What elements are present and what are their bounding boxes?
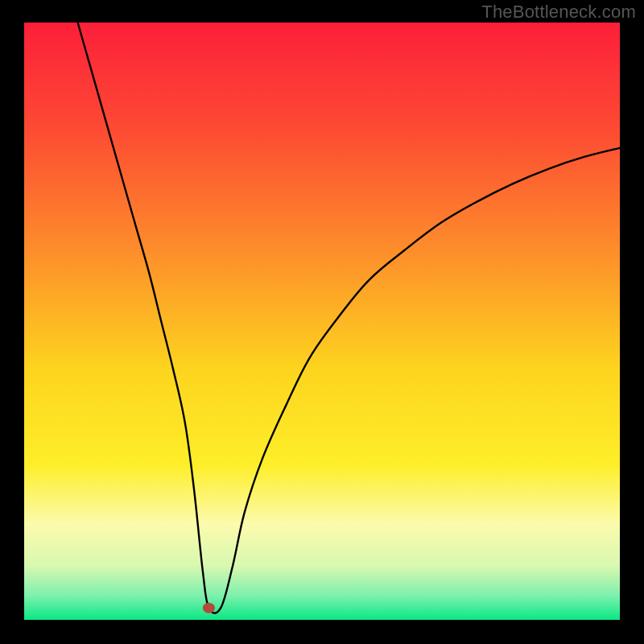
bottleneck-marker: [203, 603, 215, 613]
bottleneck-chart: [0, 0, 644, 644]
watermark-text: TheBottleneck.com: [481, 2, 636, 23]
plot-area: [24, 23, 620, 620]
chart-frame: TheBottleneck.com: [0, 0, 644, 644]
